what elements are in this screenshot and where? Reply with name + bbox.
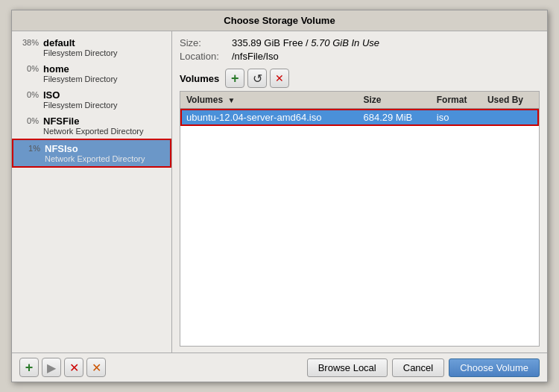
volumes-table-container: Volumes ▼ Size Format Used By ubuntu-12.… xyxy=(180,91,540,347)
sidebar-item-nfsfile[interactable]: 0% NFSFile Network Exported Directory xyxy=(12,113,171,139)
sidebar-pct: 38% xyxy=(18,37,39,47)
sidebar-pct: 0% xyxy=(18,116,39,125)
dialog: Choose Storage Volume 38% default Filesy… xyxy=(11,10,548,382)
sidebar-item-info: NFSIso Network Exported Directory xyxy=(45,143,145,163)
sidebar-item-nfsiso[interactable]: 1% NFSIso Network Exported Directory xyxy=(12,139,171,168)
sidebar-item-type: Network Exported Directory xyxy=(45,154,145,163)
choose-volume-button[interactable]: Choose Volume xyxy=(449,358,540,377)
cancel-button[interactable]: Cancel xyxy=(392,358,444,377)
sidebar-item-name: NFSFile xyxy=(43,116,144,127)
location-label: Location: xyxy=(180,51,232,62)
col-format: Format xyxy=(431,92,481,109)
size-label: Size: xyxy=(180,37,232,48)
add-bottom-button[interactable]: + xyxy=(19,358,39,377)
cancel-bottom-button[interactable]: ✕ xyxy=(86,358,106,377)
table-row[interactable]: ubuntu-12.04-server-amd64.iso 684.29 MiB… xyxy=(180,109,539,127)
sidebar-pct: 1% xyxy=(19,143,40,153)
table-header-row: Volumes ▼ Size Format Used By xyxy=(180,92,539,109)
size-row: Size: 335.89 GiB Free / 5.70 GiB In Use xyxy=(180,37,540,48)
sidebar-item-home[interactable]: 0% home Filesystem Directory xyxy=(12,60,171,86)
sidebar-item-type: Network Exported Directory xyxy=(43,127,144,136)
volumes-table: Volumes ▼ Size Format Used By ubuntu-12.… xyxy=(180,92,539,126)
size-value: 335.89 GiB Free / 5.70 GiB In Use xyxy=(232,37,379,48)
sidebar-item-name: NFSIso xyxy=(45,143,145,154)
sidebar-item-name: home xyxy=(43,63,118,75)
col-size: Size xyxy=(357,92,430,109)
sidebar: 38% default Filesystem Directory 0% home… xyxy=(12,31,172,353)
dialog-title: Choose Storage Volume xyxy=(12,10,547,31)
sidebar-item-info: default Filesystem Directory xyxy=(43,37,118,57)
bottom-right-buttons: Browse Local Cancel Choose Volume xyxy=(307,358,540,377)
sidebar-item-name: ISO xyxy=(43,89,118,101)
sidebar-item-default[interactable]: 38% default Filesystem Directory xyxy=(12,34,171,60)
sidebar-item-info: NFSFile Network Exported Directory xyxy=(43,116,144,136)
cell-name: ubuntu-12.04-server-amd64.iso xyxy=(180,109,357,127)
sidebar-item-type: Filesystem Directory xyxy=(43,48,118,57)
col-used-by: Used By xyxy=(481,92,539,109)
browse-local-button[interactable]: Browse Local xyxy=(307,358,388,377)
main-panel: Size: 335.89 GiB Free / 5.70 GiB In Use … xyxy=(172,31,547,353)
volumes-toolbar: Volumes + ↺ ✕ xyxy=(180,69,540,88)
refresh-button[interactable]: ↺ xyxy=(247,69,267,88)
sidebar-item-type: Filesystem Directory xyxy=(43,101,118,110)
play-bottom-button[interactable]: ▶ xyxy=(42,358,61,377)
stop-bottom-button[interactable]: ✕ xyxy=(64,358,83,377)
bottom-bar: + ▶ ✕ ✕ Browse Local Cancel Choose Volum… xyxy=(12,353,547,382)
col-volumes[interactable]: Volumes ▼ xyxy=(180,92,357,109)
sidebar-item-name: default xyxy=(43,37,118,48)
delete-volume-button[interactable]: ✕ xyxy=(270,69,289,88)
cell-used-by xyxy=(481,109,539,127)
size-in-use: 5.70 GiB In Use xyxy=(311,37,379,48)
add-volume-button[interactable]: + xyxy=(225,69,244,88)
cell-format: iso xyxy=(431,109,481,127)
cell-size: 684.29 MiB xyxy=(357,109,430,127)
sidebar-item-iso[interactable]: 0% ISO Filesystem Directory xyxy=(12,86,171,113)
volumes-label: Volumes xyxy=(180,73,219,84)
location-value: /nfsFile/Iso xyxy=(232,51,279,62)
sidebar-item-type: Filesystem Directory xyxy=(43,75,118,83)
sidebar-item-info: home Filesystem Directory xyxy=(43,63,118,83)
location-row: Location: /nfsFile/Iso xyxy=(180,51,540,62)
bottom-left-buttons: + ▶ ✕ ✕ xyxy=(19,358,106,377)
sort-arrow-icon: ▼ xyxy=(227,96,235,104)
sidebar-pct: 0% xyxy=(18,63,39,73)
dialog-body: 38% default Filesystem Directory 0% home… xyxy=(12,31,547,353)
sidebar-item-info: ISO Filesystem Directory xyxy=(43,89,118,110)
sidebar-pct: 0% xyxy=(18,89,39,99)
size-free: 335.89 GiB Free / xyxy=(232,37,311,48)
